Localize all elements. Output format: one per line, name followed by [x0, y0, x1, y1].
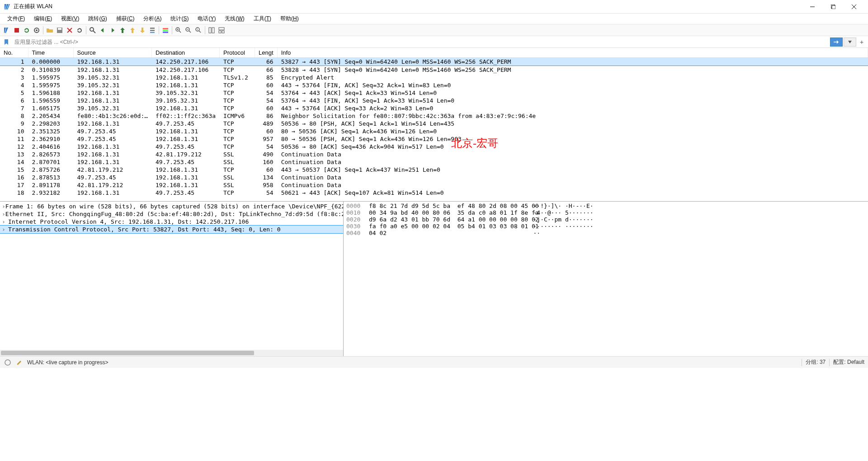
svg-line-13 — [93, 31, 95, 33]
toolbar: 1 — [0, 24, 868, 36]
svg-line-25 — [189, 31, 191, 33]
column-header-row[interactable]: No. Time Source Destination Protocol Len… — [0, 48, 868, 58]
column-time[interactable]: Time — [28, 48, 73, 58]
zoom-reset-icon[interactable]: 1 — [193, 25, 203, 35]
menu-e[interactable]: 编辑(E) — [29, 14, 57, 24]
scrollbar-thumb[interactable] — [1, 351, 254, 355]
go-to-packet-icon[interactable] — [118, 25, 127, 35]
resize-columns-icon[interactable] — [207, 25, 217, 35]
menu-w[interactable]: 无线(W) — [220, 14, 249, 24]
expert-info-icon[interactable] — [4, 358, 12, 367]
go-forward-icon[interactable] — [108, 25, 118, 35]
svg-line-21 — [179, 31, 181, 33]
hex-row[interactable]: 004004 02 ·· — [346, 230, 865, 236]
maximize-button[interactable] — [823, 0, 844, 14]
packet-row[interactable]: 132.826573192.168.1.3142.81.179.212SSL49… — [0, 151, 868, 158]
expander-icon[interactable]: › — [2, 211, 5, 217]
reload-file-icon[interactable] — [75, 25, 85, 35]
packet-row[interactable]: 61.596559192.168.1.3139.105.32.31TCP5453… — [0, 97, 868, 104]
horizontal-scrollbar[interactable] — [0, 350, 343, 356]
column-info[interactable]: Info — [277, 48, 868, 58]
packet-list-pane[interactable]: No. Time Source Destination Protocol Len… — [0, 48, 868, 202]
packet-row[interactable]: 71.60517539.105.32.31192.168.1.31TCP6044… — [0, 104, 868, 112]
packet-row[interactable]: 20.310839192.168.1.31142.250.217.106TCP6… — [0, 66, 868, 74]
layout-icon[interactable] — [217, 25, 226, 35]
close-file-icon[interactable] — [65, 25, 75, 35]
tree-row[interactable]: ›Ethernet II, Src: ChongqingFug_48:80:2d… — [0, 210, 343, 218]
zoom-out-icon[interactable] — [184, 25, 193, 35]
packet-row[interactable]: 41.59597539.105.32.31192.168.1.31TCP6044… — [0, 81, 868, 89]
packet-row[interactable]: 122.404616192.168.1.3149.7.253.45TCP5450… — [0, 143, 868, 151]
menu-f[interactable]: 文件(F) — [3, 14, 29, 24]
auto-scroll-icon[interactable] — [147, 25, 157, 35]
title-bar: 正在捕获 WLAN — [0, 0, 868, 14]
menu-y[interactable]: 电话(Y) — [193, 14, 220, 24]
column-length[interactable]: Lengt — [255, 48, 278, 58]
apply-filter-button[interactable] — [830, 38, 843, 47]
hex-row[interactable]: 001000 34 9a bd 40 00 80 06 35 da c0 a8 … — [346, 209, 865, 216]
expander-icon[interactable]: › — [2, 203, 5, 210]
menu-g[interactable]: 跳转(G) — [84, 14, 111, 24]
go-first-icon[interactable] — [127, 25, 137, 35]
find-icon[interactable] — [88, 25, 98, 35]
filter-history-button[interactable] — [844, 38, 856, 47]
svg-rect-17 — [163, 28, 168, 29]
restart-capture-icon[interactable] — [22, 25, 32, 35]
hex-row[interactable]: 0030fa f0 a0 e5 00 00 02 04 05 b4 01 03 … — [346, 223, 865, 230]
packet-row[interactable]: 31.59597539.105.32.31192.168.1.31TLSv1.2… — [0, 74, 868, 81]
packet-row[interactable]: 152.87572642.81.179.212192.168.1.31TCP60… — [0, 166, 868, 174]
packet-row[interactable]: 112.36291049.7.253.45192.168.1.31TCP9578… — [0, 135, 868, 143]
colorize-icon[interactable] — [160, 25, 170, 35]
zoom-in-icon[interactable] — [174, 25, 184, 35]
packet-row[interactable]: 142.870701192.168.1.3149.7.253.45SSL160C… — [0, 158, 868, 166]
expander-icon[interactable]: › — [2, 218, 8, 225]
toolbar-separator — [172, 26, 172, 34]
capture-options-icon[interactable] — [32, 25, 42, 35]
packet-row[interactable]: 182.932182192.168.1.3149.7.253.45TCP5450… — [0, 189, 868, 197]
minimize-button[interactable] — [802, 0, 823, 14]
svg-text:1: 1 — [197, 28, 198, 31]
column-protocol[interactable]: Protocol — [220, 48, 255, 58]
menu-s[interactable]: 统计(S) — [166, 14, 193, 24]
go-last-icon[interactable] — [137, 25, 147, 35]
packet-row[interactable]: 92.298203192.168.1.3149.7.253.45TCP48950… — [0, 120, 868, 127]
display-filter-input[interactable] — [12, 38, 829, 47]
tree-row[interactable]: ›Internet Protocol Version 4, Src: 192.1… — [0, 218, 343, 226]
packet-row[interactable]: 10.000000192.168.1.31142.250.217.106TCP6… — [0, 58, 868, 66]
svg-rect-5 — [14, 28, 19, 33]
save-file-icon[interactable] — [55, 25, 65, 35]
close-button[interactable] — [844, 0, 864, 14]
packet-row[interactable]: 51.596188192.168.1.3139.105.32.31TCP5453… — [0, 89, 868, 97]
packet-details-pane[interactable]: ›Frame 1: 66 bytes on wire (528 bits), 6… — [0, 202, 344, 356]
packet-row[interactable]: 82.205434fe80::4b1:3c26:e0d:…ff02::1:ff2… — [0, 112, 868, 120]
menu-c[interactable]: 捕获(C) — [112, 14, 139, 24]
toolbar-separator — [205, 26, 205, 34]
expander-icon[interactable]: › — [2, 226, 8, 233]
hex-row[interactable]: 0000f8 8c 21 7d d9 5d 5c ba ef 48 80 2d … — [346, 202, 865, 209]
menu-h[interactable]: 帮助(H) — [276, 14, 303, 24]
add-filter-button[interactable]: + — [857, 38, 866, 47]
menu-t[interactable]: 工具(T) — [249, 14, 276, 24]
svg-rect-30 — [209, 28, 211, 33]
edit-icon[interactable] — [15, 358, 24, 367]
tree-row[interactable]: ›Frame 1: 66 bytes on wire (528 bits), 6… — [0, 202, 343, 210]
status-profile: 配置: Default — [833, 358, 864, 366]
packet-bytes-pane[interactable]: 0000f8 8c 21 7d d9 5d 5c ba ef 48 80 2d … — [344, 202, 868, 356]
column-source[interactable]: Source — [73, 48, 152, 58]
bookmark-icon[interactable] — [2, 38, 11, 47]
column-no[interactable]: No. — [0, 48, 28, 58]
svg-line-28 — [199, 31, 201, 33]
packet-row[interactable]: 102.35132549.7.253.45192.168.1.31TCP6080… — [0, 127, 868, 135]
svg-rect-2 — [832, 5, 835, 9]
menu-a[interactable]: 分析(A) — [139, 14, 166, 24]
tree-row[interactable]: ›Transmission Control Protocol, Src Port… — [0, 226, 343, 233]
packet-row[interactable]: 162.87851349.7.253.45192.168.1.31SSL134C… — [0, 174, 868, 181]
menu-v[interactable]: 视图(V) — [57, 14, 84, 24]
start-capture-icon[interactable] — [2, 25, 12, 35]
hex-row[interactable]: 0020d9 6a d2 43 01 bb 70 6d 64 a1 00 00 … — [346, 216, 865, 223]
packet-row[interactable]: 172.89117842.81.179.212192.168.1.31SSL95… — [0, 181, 868, 189]
column-destination[interactable]: Destination — [152, 48, 220, 58]
go-back-icon[interactable] — [98, 25, 108, 35]
open-file-icon[interactable] — [45, 25, 55, 35]
stop-capture-icon[interactable] — [12, 25, 22, 35]
